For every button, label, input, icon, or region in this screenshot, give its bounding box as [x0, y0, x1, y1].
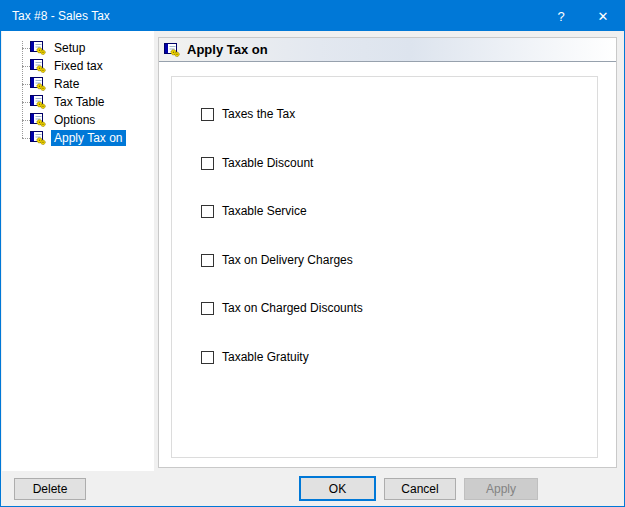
- checkbox-unchecked[interactable]: [201, 351, 214, 364]
- checkbox-label: Taxable Gratuity: [222, 350, 309, 364]
- close-icon: ✕: [598, 10, 609, 23]
- tree-item-setup[interactable]: Setup: [2, 39, 154, 57]
- property-page-icon: [30, 41, 46, 55]
- close-button[interactable]: ✕: [582, 1, 624, 31]
- checkbox-taxable-discount[interactable]: Taxable Discount: [201, 155, 313, 171]
- checkbox-taxable-service[interactable]: Taxable Service: [201, 203, 307, 219]
- tree-item-label: Tax Table: [51, 94, 107, 110]
- titlebar: Tax #8 - Sales Tax ? ✕: [1, 1, 624, 31]
- checkbox-tax-on-charged-discounts[interactable]: Tax on Charged Discounts: [201, 300, 363, 316]
- tax-dialog-window: Tax #8 - Sales Tax ? ✕ Setup Fixed tax R…: [0, 0, 625, 507]
- checkbox-label: Tax on Charged Discounts: [222, 301, 363, 315]
- page-header: Apply Tax on: [159, 38, 616, 62]
- tree-item-fixed-tax[interactable]: Fixed tax: [2, 57, 154, 75]
- delete-button[interactable]: Delete: [14, 478, 86, 500]
- tree-branch-line: [22, 66, 30, 67]
- property-page-icon: [30, 77, 46, 91]
- help-icon: ?: [557, 10, 564, 23]
- help-button[interactable]: ?: [540, 1, 582, 31]
- page-title: Apply Tax on: [187, 42, 268, 57]
- checkbox-label: Tax on Delivery Charges: [222, 253, 353, 267]
- checkbox-label: Taxable Service: [222, 204, 307, 218]
- property-page-icon: [164, 43, 180, 57]
- apply-button-disabled: Apply: [464, 478, 538, 500]
- options-group-box: Taxes the Tax Taxable Discount Taxable S…: [171, 76, 598, 458]
- checkbox-unchecked[interactable]: [201, 157, 214, 170]
- tree-branch-line: [22, 48, 30, 49]
- checkbox-unchecked[interactable]: [201, 108, 214, 121]
- checkbox-unchecked[interactable]: [201, 254, 214, 267]
- apply-tax-on-page: Apply Tax on Taxes the Tax Taxable Disco…: [158, 37, 617, 468]
- ok-button[interactable]: OK: [299, 476, 376, 501]
- checkbox-unchecked[interactable]: [201, 302, 214, 315]
- window-title: Tax #8 - Sales Tax: [1, 1, 540, 31]
- tree-item-label: Fixed tax: [51, 58, 106, 74]
- tree-branch-line: [22, 84, 30, 85]
- tree-branch-line: [22, 120, 30, 121]
- tree-item-apply-tax-on[interactable]: Apply Tax on: [2, 129, 154, 147]
- property-page-icon: [30, 113, 46, 127]
- property-page-icon: [30, 59, 46, 73]
- tree-item-label: Options: [51, 112, 98, 128]
- checkbox-label: Taxable Discount: [222, 156, 313, 170]
- property-page-icon: [30, 131, 46, 145]
- checkbox-taxable-gratuity[interactable]: Taxable Gratuity: [201, 349, 309, 365]
- checkbox-label: Taxes the Tax: [222, 107, 295, 121]
- cancel-button[interactable]: Cancel: [384, 478, 456, 500]
- checkbox-tax-on-delivery-charges[interactable]: Tax on Delivery Charges: [201, 252, 353, 268]
- tree-item-label: Apply Tax on: [51, 130, 126, 146]
- tree-item-label: Rate: [51, 76, 82, 92]
- tree-panel: Setup Fixed tax Rate Tax Table Options A…: [2, 31, 154, 471]
- tree-item-tax-table[interactable]: Tax Table: [2, 93, 154, 111]
- property-page-icon: [30, 95, 46, 109]
- tree-branch-line: [22, 102, 30, 103]
- tree-branch-line: [22, 138, 30, 139]
- tree-item-rate[interactable]: Rate: [2, 75, 154, 93]
- tree-item-label: Setup: [51, 40, 88, 56]
- tree-item-options[interactable]: Options: [2, 111, 154, 129]
- checkbox-taxes-the-tax[interactable]: Taxes the Tax: [201, 106, 295, 122]
- checkbox-unchecked[interactable]: [201, 205, 214, 218]
